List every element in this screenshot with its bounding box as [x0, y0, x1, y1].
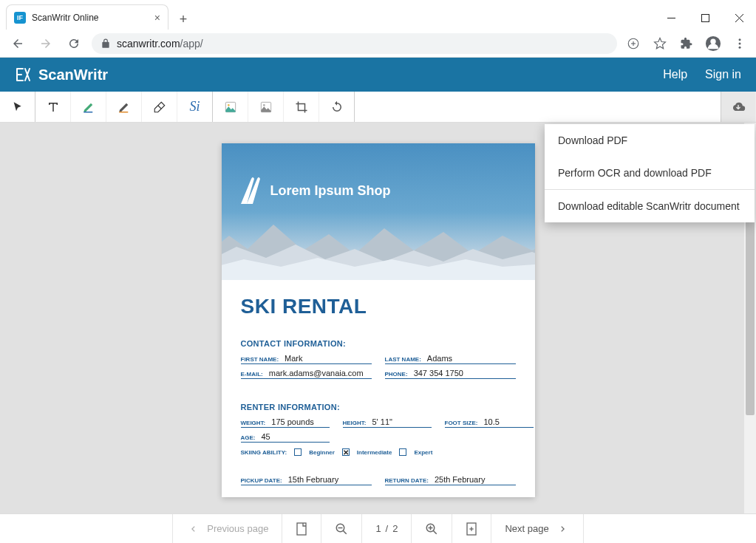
- prev-page-label: Previous page: [207, 523, 268, 534]
- svg-line-21: [344, 530, 347, 534]
- document-page[interactable]: Lorem Ipsum Shop SKI RENTAL CONTACT INFO…: [222, 143, 535, 497]
- document-brand: Lorem Ipsum Shop: [270, 183, 391, 199]
- svg-point-10: [739, 42, 741, 44]
- value-return[interactable]: 25th February: [435, 475, 485, 484]
- checkbox-intermediate[interactable]: ✕: [342, 448, 350, 456]
- document-hero-image: Lorem Ipsum Shop: [222, 143, 535, 280]
- value-pickup[interactable]: 15th February: [288, 475, 338, 484]
- document-title: SKI RENTAL: [241, 295, 516, 318]
- image-color-tool[interactable]: [213, 92, 248, 122]
- value-age[interactable]: 45: [262, 432, 270, 441]
- value-last-name[interactable]: Adams: [427, 354, 452, 363]
- star-icon[interactable]: [651, 37, 669, 50]
- label-beginner: Beginner: [309, 449, 335, 456]
- svg-rect-13: [119, 112, 128, 113]
- eraser-tool[interactable]: [142, 92, 177, 122]
- browser-toolbar: scanwritr.com/app/: [0, 30, 756, 58]
- prev-page-button[interactable]: Previous page: [172, 514, 282, 543]
- value-foot[interactable]: 10.5: [483, 417, 499, 426]
- pager-bar: Previous page 1 / 2 Next page: [0, 513, 756, 543]
- extensions-icon[interactable]: [678, 37, 695, 50]
- label-skiing: SKIING ABILITY:: [241, 449, 287, 456]
- svg-rect-1: [701, 14, 709, 21]
- label-first-name: FIRST NAME:: [241, 356, 279, 363]
- reload-button[interactable]: [64, 33, 84, 54]
- browser-tab[interactable]: IF ScanWritr Online ×: [6, 4, 168, 30]
- svg-rect-18: [297, 523, 306, 535]
- svg-line-25: [434, 530, 437, 534]
- value-weight[interactable]: 175 pounds: [271, 417, 314, 426]
- menu-download-editable[interactable]: Download editable ScanWritr document: [545, 190, 755, 222]
- section-contact: CONTACT INFORMATION:: [241, 339, 516, 348]
- select-tool[interactable]: [0, 92, 35, 122]
- checkbox-expert[interactable]: [399, 448, 406, 456]
- page-indicator: 1 / 2: [362, 514, 412, 543]
- svg-point-9: [739, 38, 741, 41]
- app-header: ScanWritr Help Sign in: [0, 58, 756, 92]
- menu-icon[interactable]: [731, 37, 749, 50]
- text-tool[interactable]: [35, 92, 71, 122]
- download-menu: Download PDF Perform OCR and download PD…: [545, 124, 755, 222]
- label-phone: PHONE:: [385, 371, 408, 378]
- toolbar-spacer: [355, 92, 721, 122]
- add-page-button[interactable]: [452, 514, 491, 543]
- chevron-left-icon: [186, 525, 201, 533]
- tab-title: ScanWritr Online: [32, 13, 154, 23]
- editor-toolbar: Si: [0, 92, 756, 123]
- chevron-right-icon: [555, 525, 570, 533]
- label-intermediate: Intermediate: [357, 449, 392, 456]
- page-current: 1: [375, 523, 381, 534]
- signature-tool[interactable]: Si: [177, 92, 213, 122]
- download-button[interactable]: [721, 92, 756, 122]
- value-phone[interactable]: 347 354 1750: [414, 369, 463, 378]
- zoom-plus-icon[interactable]: [624, 37, 642, 50]
- next-page-button[interactable]: Next page: [491, 514, 583, 543]
- app-name: ScanWritr: [38, 66, 108, 83]
- menu-ocr-download[interactable]: Perform OCR and download PDF: [545, 157, 755, 189]
- minimize-button[interactable]: [654, 6, 688, 30]
- value-email[interactable]: mark.adams@vanaia.com: [269, 369, 364, 378]
- zoom-out-button[interactable]: [321, 514, 362, 543]
- fit-page-button[interactable]: [282, 514, 321, 543]
- skis-icon: [235, 176, 265, 205]
- label-pickup: PICKUP DATE:: [241, 477, 282, 484]
- maximize-button[interactable]: [688, 6, 722, 30]
- lock-icon: [101, 38, 111, 49]
- svg-point-15: [228, 104, 230, 106]
- image-gray-tool[interactable]: [248, 92, 284, 122]
- value-height[interactable]: 5' 11": [372, 417, 392, 426]
- value-first-name[interactable]: Mark: [285, 354, 302, 363]
- url-text: scanwritr.com/app/: [117, 38, 203, 49]
- label-expert: Expert: [414, 449, 432, 456]
- new-tab-button[interactable]: +: [173, 9, 194, 30]
- pen-blue-tool[interactable]: [71, 92, 106, 122]
- svg-point-17: [263, 104, 265, 106]
- address-bar[interactable]: scanwritr.com/app/: [92, 33, 617, 54]
- crop-tool[interactable]: [284, 92, 319, 122]
- app-logo[interactable]: ScanWritr: [15, 66, 108, 83]
- next-page-label: Next page: [505, 523, 548, 534]
- signin-link[interactable]: Sign in: [705, 68, 741, 81]
- pen-orange-tool[interactable]: [106, 92, 142, 122]
- help-link[interactable]: Help: [663, 68, 687, 81]
- checkbox-beginner[interactable]: [294, 448, 302, 456]
- label-weight: WEIGHT:: [241, 420, 266, 426]
- label-foot: FOOT SIZE:: [445, 420, 478, 426]
- close-icon[interactable]: ×: [154, 12, 160, 24]
- label-email: E-MAIL:: [241, 371, 263, 378]
- close-window-button[interactable]: [722, 6, 756, 30]
- back-button[interactable]: [7, 33, 28, 54]
- zoom-in-button[interactable]: [412, 514, 452, 543]
- rotate-tool[interactable]: [319, 92, 355, 122]
- page-total: 2: [392, 523, 398, 534]
- label-last-name: LAST NAME:: [385, 356, 421, 363]
- label-height: HEIGHT:: [343, 420, 367, 426]
- forward-button[interactable]: [35, 33, 56, 54]
- menu-download-pdf[interactable]: Download PDF: [545, 124, 755, 157]
- svg-rect-12: [84, 112, 92, 113]
- browser-titlebar: IF ScanWritr Online × +: [0, 0, 756, 30]
- profile-icon[interactable]: [704, 35, 722, 52]
- label-age: AGE:: [241, 434, 256, 441]
- svg-point-11: [739, 46, 741, 48]
- svg-point-8: [710, 38, 715, 44]
